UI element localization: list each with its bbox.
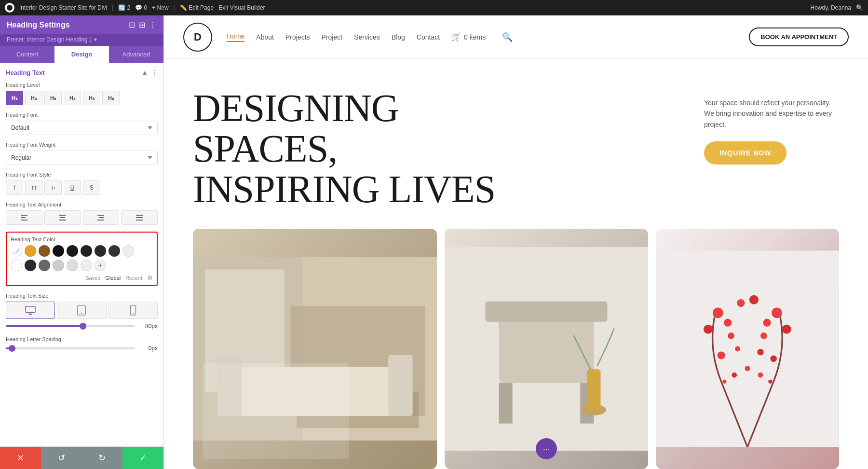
svg-rect-4 — [60, 217, 65, 218]
admin-edit-page[interactable]: ✏️ Edit Page — [180, 4, 214, 11]
wordpress-logo[interactable] — [5, 3, 14, 13]
style-strikethrough[interactable]: S — [83, 180, 100, 195]
admin-revisions[interactable]: 🔄 2 — [118, 4, 130, 11]
color-swatch-lightgray[interactable] — [122, 245, 134, 257]
color-swatches-row1 — [11, 245, 153, 257]
field-letter-spacing: Heading Letter Spacing 0px — [6, 336, 158, 352]
color-swatch-midgray[interactable] — [39, 260, 50, 271]
undo-button[interactable]: ↺ — [41, 447, 82, 469]
color-swatch-lgray2[interactable] — [67, 260, 78, 271]
sidebar: Heading Settings ⊡ ⊞ ⋮ Preset: Interior … — [0, 15, 164, 469]
color-swatch-black3[interactable] — [81, 245, 92, 257]
search-icon[interactable]: 🔍 — [502, 32, 513, 42]
align-justify[interactable] — [121, 210, 158, 225]
color-swatch-lgray1[interactable] — [53, 260, 64, 271]
heading-level-h5[interactable]: H₅ — [83, 91, 100, 105]
letter-spacing-slider[interactable] — [6, 347, 135, 349]
color-swatch-lgray3[interactable] — [81, 260, 92, 271]
heading-level-h4[interactable]: H₄ — [64, 91, 81, 105]
color-swatch-darkgray[interactable] — [25, 260, 36, 271]
section-collapse-icon[interactable]: ▲ — [141, 69, 148, 76]
heading-level-h3[interactable]: H₃ — [44, 91, 62, 105]
main-layout: Heading Settings ⊡ ⊞ ⋮ Preset: Interior … — [0, 15, 868, 469]
color-swatch-black1[interactable] — [53, 245, 64, 257]
svg-rect-1 — [21, 217, 26, 218]
hero-heading: DESIGNING SPACES, INSPIRING LIVES — [193, 88, 675, 209]
align-center[interactable] — [44, 210, 81, 225]
svg-point-44 — [757, 349, 764, 356]
color-swatch-black2[interactable] — [67, 245, 78, 257]
floating-more-button[interactable]: ··· — [536, 438, 557, 459]
eyedropper-tool[interactable] — [11, 245, 22, 257]
style-underline[interactable]: U — [64, 180, 81, 195]
nav-contact[interactable]: Contact — [417, 33, 440, 41]
heading-alignment-label: Heading Text Alignment — [6, 202, 158, 207]
svg-point-50 — [723, 380, 727, 384]
preset-chevron-icon: ▾ — [94, 36, 97, 43]
inquire-button[interactable]: INQUIRE NOW — [704, 141, 787, 165]
align-left[interactable] — [6, 210, 42, 225]
color-swatch-gold[interactable] — [25, 245, 36, 257]
nav-blog[interactable]: Blog — [392, 33, 405, 41]
sidebar-title: Heading Settings — [7, 21, 70, 29]
color-tabs-row: Saved Global Recent ⚙ — [11, 274, 153, 281]
save-button[interactable]: ✓ — [122, 447, 163, 469]
site-nav: Home About Projects Project Services Blo… — [227, 32, 513, 42]
heading-level-h2[interactable]: H₂ — [25, 91, 42, 105]
style-italic[interactable]: I — [6, 180, 23, 195]
color-settings-icon[interactable]: ⚙ — [147, 274, 153, 281]
heading-level-h6[interactable]: H₆ — [102, 91, 120, 105]
heading-level-h1[interactable]: H₁ — [6, 91, 23, 105]
color-tab-recent[interactable]: Recent — [125, 275, 142, 281]
style-capitalize[interactable]: Tr — [44, 180, 62, 195]
size-slider[interactable] — [6, 325, 135, 327]
nav-services[interactable]: Services — [354, 33, 380, 41]
admin-new[interactable]: + New — [152, 4, 168, 11]
redo-button[interactable]: ↻ — [82, 447, 123, 469]
sidebar-menu-icon[interactable]: ⋮ — [149, 20, 157, 29]
admin-search-icon[interactable]: 🔍 — [856, 4, 863, 11]
color-swatch-black4[interactable] — [95, 245, 106, 257]
heading-font-select[interactable]: Default — [6, 121, 158, 135]
sidebar-preset[interactable]: Preset: Interior Design Heading 1 ▾ — [0, 34, 163, 46]
heading-font-style-label: Heading Font Style — [6, 172, 158, 178]
cart-area[interactable]: 🛒 0 items — [451, 32, 486, 41]
cancel-button[interactable]: ✕ — [0, 447, 41, 469]
nav-project[interactable]: Project — [322, 33, 343, 41]
heading-font-label: Heading Font — [6, 112, 158, 118]
svg-point-37 — [763, 319, 771, 327]
sidebar-fullscreen-icon[interactable]: ⊡ — [129, 20, 135, 29]
add-color-btn[interactable]: ＋ — [95, 260, 106, 271]
tab-design[interactable]: Design — [54, 46, 109, 63]
book-appointment-button[interactable]: BOOK AN APPOINTMENT — [749, 28, 849, 46]
sidebar-split-icon[interactable]: ⊞ — [139, 20, 145, 29]
color-swatch-black5[interactable] — [108, 245, 120, 257]
section-more-icon[interactable]: ⋮ — [151, 69, 158, 76]
tab-advanced[interactable]: Advanced — [109, 46, 163, 63]
svg-point-40 — [749, 295, 759, 304]
tab-content[interactable]: Content — [0, 46, 54, 63]
nav-about[interactable]: About — [256, 33, 274, 41]
size-tablet-btn[interactable] — [57, 302, 106, 319]
color-swatch-white[interactable] — [11, 260, 22, 271]
svg-rect-32 — [656, 251, 839, 447]
color-tab-saved[interactable]: Saved — [85, 275, 100, 281]
nav-home[interactable]: Home — [227, 32, 244, 42]
field-heading-color: Heading Text Color — [6, 232, 158, 286]
size-desktop-btn[interactable] — [6, 302, 55, 319]
image-gallery: ··· — [164, 229, 868, 469]
nav-projects[interactable]: Projects — [285, 33, 310, 41]
admin-comments[interactable]: 💬 0 — [135, 4, 147, 11]
admin-exit-builder[interactable]: Exit Visual Builder — [218, 4, 265, 11]
style-uppercase[interactable]: TT — [25, 180, 42, 195]
size-mobile-btn[interactable] — [108, 302, 158, 319]
svg-rect-10 — [136, 217, 143, 218]
color-tab-global[interactable]: Global — [105, 275, 121, 281]
svg-point-14 — [81, 313, 82, 314]
admin-site-name[interactable]: Interior Design Starter Site for Divi — [19, 4, 107, 11]
heading-font-weight-select[interactable]: Regular — [6, 151, 158, 165]
svg-rect-11 — [136, 220, 143, 221]
color-swatch-brown[interactable] — [39, 245, 50, 257]
svg-rect-12 — [26, 306, 35, 313]
align-right[interactable] — [83, 210, 120, 225]
